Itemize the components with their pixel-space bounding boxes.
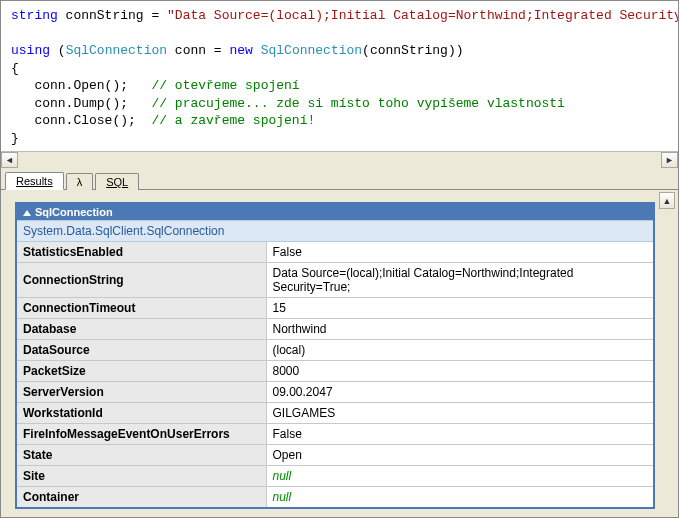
table-row: ConnectionTimeout15 bbox=[16, 298, 654, 319]
scroll-right-button[interactable]: ► bbox=[661, 152, 678, 168]
tab-lambda[interactable]: λ bbox=[66, 173, 94, 190]
property-name: Database bbox=[16, 319, 266, 340]
vertical-scrollbar[interactable]: ▲ bbox=[659, 192, 676, 515]
property-value: 15 bbox=[266, 298, 654, 319]
scroll-track[interactable] bbox=[18, 152, 661, 168]
dump-table: SqlConnection System.Data.SqlClient.SqlC… bbox=[15, 202, 655, 509]
table-row: WorkstationIdGILGAMES bbox=[16, 403, 654, 424]
code-editor[interactable]: string connString = "Data Source=(local)… bbox=[1, 1, 678, 151]
table-row: StatisticsEnabledFalse bbox=[16, 242, 654, 263]
table-row: StateOpen bbox=[16, 445, 654, 466]
property-name: StatisticsEnabled bbox=[16, 242, 266, 263]
tab-sql[interactable]: SQL bbox=[95, 173, 139, 190]
property-name: WorkstationId bbox=[16, 403, 266, 424]
dump-typename: System.Data.SqlClient.SqlConnection bbox=[16, 221, 654, 242]
property-value: Northwind bbox=[266, 319, 654, 340]
property-name: Container bbox=[16, 487, 266, 509]
table-row: ConnectionStringData Source=(local);Init… bbox=[16, 263, 654, 298]
property-value: False bbox=[266, 424, 654, 445]
property-name: ConnectionTimeout bbox=[16, 298, 266, 319]
results-tabs: Results λ SQL bbox=[1, 168, 678, 190]
table-row: FireInfoMessageEventOnUserErrorsFalse bbox=[16, 424, 654, 445]
property-value: 09.00.2047 bbox=[266, 382, 654, 403]
table-row: Sitenull bbox=[16, 466, 654, 487]
table-row: Containernull bbox=[16, 487, 654, 509]
property-name: PacketSize bbox=[16, 361, 266, 382]
property-value: Open bbox=[266, 445, 654, 466]
table-row: PacketSize8000 bbox=[16, 361, 654, 382]
property-value: False bbox=[266, 242, 654, 263]
property-name: ServerVersion bbox=[16, 382, 266, 403]
dump-header[interactable]: SqlConnection bbox=[16, 203, 654, 221]
scroll-up-button[interactable]: ▲ bbox=[659, 192, 675, 209]
horizontal-scrollbar[interactable]: ◄ ► bbox=[1, 151, 678, 168]
property-value: (local) bbox=[266, 340, 654, 361]
collapse-icon[interactable] bbox=[23, 210, 31, 216]
property-value: null bbox=[266, 487, 654, 509]
scroll-left-button[interactable]: ◄ bbox=[1, 152, 18, 168]
property-value: GILGAMES bbox=[266, 403, 654, 424]
table-row: DataSource(local) bbox=[16, 340, 654, 361]
tab-results[interactable]: Results bbox=[5, 172, 64, 190]
table-row: DatabaseNorthwind bbox=[16, 319, 654, 340]
property-name: State bbox=[16, 445, 266, 466]
property-name: FireInfoMessageEventOnUserErrors bbox=[16, 424, 266, 445]
property-name: Site bbox=[16, 466, 266, 487]
property-value: null bbox=[266, 466, 654, 487]
property-value: 8000 bbox=[266, 361, 654, 382]
dump-title: SqlConnection bbox=[35, 206, 113, 218]
property-name: ConnectionString bbox=[16, 263, 266, 298]
property-value: Data Source=(local);Initial Catalog=Nort… bbox=[266, 263, 654, 298]
table-row: ServerVersion09.00.2047 bbox=[16, 382, 654, 403]
results-pane: ▲ SqlConnection System.Data.SqlClient.Sq… bbox=[1, 190, 678, 517]
property-name: DataSource bbox=[16, 340, 266, 361]
